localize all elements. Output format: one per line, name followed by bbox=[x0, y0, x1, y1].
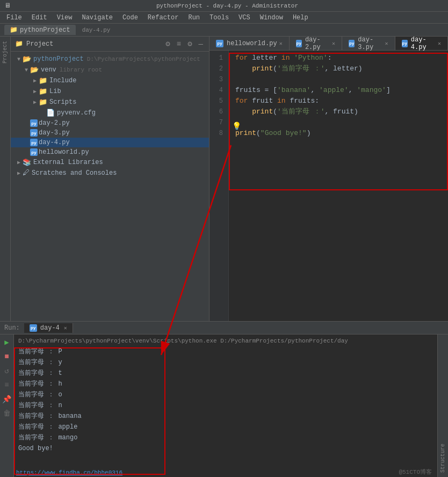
d2-tab-close[interactable]: ✕ bbox=[332, 40, 335, 47]
hw-tab-label: helloworld.py bbox=[227, 40, 277, 47]
settings-icon[interactable]: ⚙ bbox=[186, 39, 193, 49]
run-tab-close[interactable]: ✕ bbox=[64, 325, 67, 331]
tree-scratches[interactable]: ▶ 🖊 Scratches and Consoles bbox=[11, 168, 209, 178]
venv-label: venv bbox=[41, 66, 56, 74]
scratches-icon: 🖊 bbox=[23, 169, 30, 177]
menu-bar: File Edit View Navigate Code Refactor Ru… bbox=[0, 12, 448, 24]
include-folder-icon: 📁 bbox=[39, 76, 47, 85]
d3-tab-close[interactable]: ✕ bbox=[385, 40, 388, 47]
tab-day3[interactable]: py day-3.py ✕ bbox=[342, 37, 395, 50]
tab-day2[interactable]: py day-2.py ✕ bbox=[290, 37, 342, 50]
scratches-arrow: ▶ bbox=[15, 170, 23, 176]
menu-file[interactable]: File bbox=[2, 13, 26, 23]
line-num-1: 1 bbox=[209, 53, 226, 63]
line-num-8: 8 bbox=[209, 128, 226, 139]
sync-icon[interactable]: ⚙ bbox=[164, 39, 171, 49]
run-path-line: D:\PycharmProjects\pythonProject\venv\Sc… bbox=[18, 336, 433, 346]
menu-window[interactable]: Window bbox=[256, 13, 287, 23]
tree-scripts[interactable]: ▶ 📁 Scripts bbox=[11, 97, 209, 108]
run-trash-icon[interactable]: 🗑 bbox=[2, 408, 12, 419]
tree-day2[interactable]: ▶ py day-2.py bbox=[11, 118, 209, 128]
include-label: Include bbox=[49, 77, 76, 84]
tab-day4[interactable]: py day-4.py ✕ bbox=[395, 37, 448, 50]
d4-tab-close[interactable]: ✕ bbox=[438, 40, 441, 47]
sidebar-toolbar: 📁 Project ⚙ ≡ ⚙ — bbox=[11, 37, 209, 52]
menu-help[interactable]: Help bbox=[288, 13, 313, 23]
run-rerun-icon[interactable]: ↺ bbox=[3, 365, 10, 376]
watermark: @51CTO博客 bbox=[399, 468, 432, 476]
editor-tabs: py helloworld.py ✕ py day-2.py ✕ py day-… bbox=[209, 37, 448, 51]
project-vertical-label[interactable]: Project bbox=[1, 39, 9, 66]
menu-vcs[interactable]: VCS bbox=[234, 13, 255, 23]
tree-root-arrow: ▼ bbox=[15, 56, 23, 62]
run-stop-icon[interactable]: ■ bbox=[3, 351, 10, 362]
scratches-label: Scratches and Consoles bbox=[32, 169, 117, 177]
d2-tab-label: day-2.py bbox=[305, 36, 330, 51]
d3-tab-icon: py bbox=[349, 40, 355, 47]
sidebar-toolbar-title: Project bbox=[26, 40, 161, 48]
folder-icon: 📁 bbox=[10, 26, 18, 34]
project-tab-bar: 📁 pythonProject day-4.py bbox=[0, 24, 448, 37]
d4-tab-label: day-4.py bbox=[411, 36, 436, 51]
run-play-icon[interactable]: ▶ bbox=[3, 337, 10, 348]
structure-label[interactable]: Structure bbox=[440, 444, 446, 473]
title-bar-left: 🖥 bbox=[4, 2, 11, 10]
tree-pyvenv[interactable]: ▶ 📄 pyvenv.cfg bbox=[11, 108, 209, 118]
menu-tools[interactable]: Tools bbox=[205, 13, 233, 23]
tree-venv[interactable]: ▼ 📂 venv library root bbox=[11, 65, 209, 75]
menu-refactor[interactable]: Refactor bbox=[143, 13, 183, 23]
run-label: Run: bbox=[4, 324, 20, 332]
d4-tab-icon: py bbox=[402, 40, 408, 47]
d3-tab-label: day-3.py bbox=[358, 36, 382, 51]
line-num-3: 3 bbox=[209, 74, 226, 85]
run-out-0: 当前字母 ： P bbox=[18, 346, 433, 357]
tab-helloworld[interactable]: py helloworld.py ✕ bbox=[209, 37, 290, 50]
tree-day3[interactable]: ▶ py day-3.py bbox=[11, 128, 209, 138]
run-out-7: 当前字母 ： apple bbox=[18, 422, 433, 432]
title-bar-title: pythonProject - day-4.py - Administrator bbox=[11, 3, 444, 9]
tree-include[interactable]: ▶ 📁 Include bbox=[11, 75, 209, 86]
menu-navigate[interactable]: Navigate bbox=[77, 13, 117, 23]
run-out-9: Good bye! bbox=[18, 443, 433, 454]
hw-tab-close[interactable]: ✕ bbox=[279, 40, 283, 47]
ext-libs-label: External Libraries bbox=[33, 159, 103, 166]
project-tab-label: pythonProject bbox=[20, 26, 70, 34]
d2-tab-icon: py bbox=[296, 40, 302, 47]
run-pin-icon[interactable]: 📌 bbox=[1, 394, 12, 405]
project-tab[interactable]: 📁 pythonProject bbox=[4, 25, 76, 35]
run-content: ▶ ■ ↺ ≡ 📌 🗑 D:\PycharmProjects\pythonPro… bbox=[0, 334, 448, 477]
run-tab-py-icon: py bbox=[30, 324, 37, 332]
scripts-folder-icon: 📁 bbox=[39, 98, 47, 106]
tree-root-label: pythonProject bbox=[33, 55, 84, 63]
tree-lib[interactable]: ▶ 📁 Lib bbox=[11, 86, 209, 97]
close-sidebar-icon[interactable]: — bbox=[197, 39, 205, 49]
collapse-icon[interactable]: ≡ bbox=[175, 39, 183, 49]
run-filter-icon[interactable]: ≡ bbox=[3, 380, 10, 390]
menu-code[interactable]: Code bbox=[118, 13, 142, 23]
run-tab-day4[interactable]: py day-4 ✕ bbox=[24, 323, 73, 333]
code-line-1: for letter in 'Python': bbox=[235, 53, 442, 63]
menu-edit[interactable]: Edit bbox=[27, 13, 52, 23]
tree-root[interactable]: ▼ 📂 pythonProject D:\PycharmProjects\pyt… bbox=[11, 54, 209, 65]
pyvenv-icon: 📄 bbox=[46, 109, 55, 117]
lib-label: Lib bbox=[49, 88, 61, 95]
tree-helloworld[interactable]: ▶ py helloworld.py bbox=[11, 147, 209, 157]
root-folder-icon: 📂 bbox=[23, 55, 31, 63]
menu-run[interactable]: Run bbox=[184, 13, 204, 23]
code-line-4: fruits = ['banana', 'apple', 'mango'] bbox=[235, 85, 442, 96]
active-file-tab: day-4.py bbox=[82, 27, 111, 33]
bottom-link[interactable]: https://www.findba.cn/bbhe0316 bbox=[16, 469, 122, 476]
helloworld-py-icon: py bbox=[30, 148, 38, 156]
run-out-1: 当前字母 ： y bbox=[18, 357, 433, 368]
ext-libs-arrow: ▶ bbox=[15, 159, 23, 166]
scripts-label: Scripts bbox=[49, 98, 76, 106]
run-out-6: 当前字母 ： banana bbox=[18, 411, 433, 422]
run-tab-bar: Run: py day-4 ✕ bbox=[0, 322, 448, 334]
tree-ext-libs[interactable]: ▶ 📚 External Libraries bbox=[11, 157, 209, 168]
line-num-4: 4 bbox=[209, 85, 226, 96]
line-num-5: 5 bbox=[209, 96, 226, 106]
menu-view[interactable]: View bbox=[53, 13, 77, 23]
tree-day4[interactable]: ▶ py day-4.py bbox=[11, 138, 209, 147]
sidebar-folder-icon: 📁 bbox=[15, 40, 23, 48]
run-sidebar-icons: ▶ ■ ↺ ≡ 📌 🗑 bbox=[0, 334, 14, 477]
